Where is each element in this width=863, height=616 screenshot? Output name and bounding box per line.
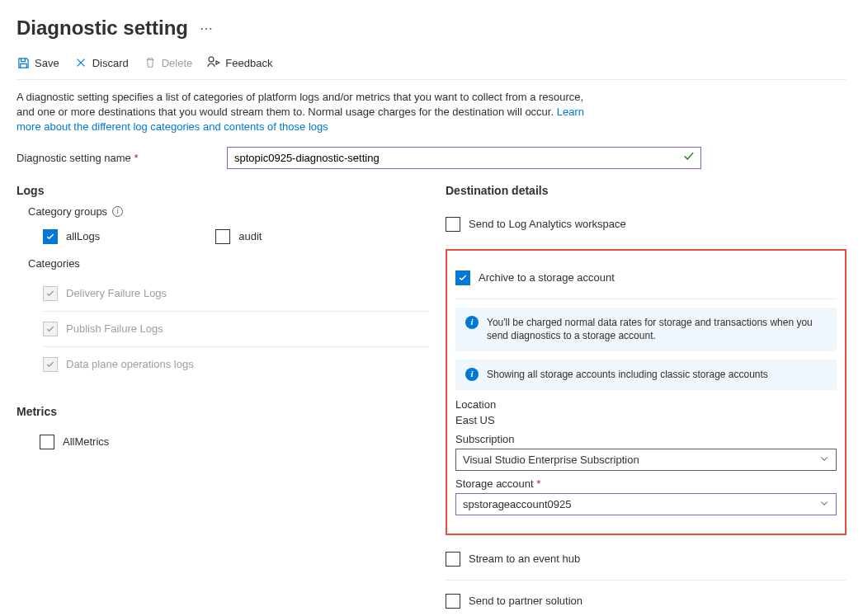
dataplane-ops-checkbox [43,357,58,372]
save-button[interactable]: Save [17,56,59,69]
storage-account-label: Storage account * [455,477,837,490]
audit-label: audit [238,230,262,242]
stream-eventhub-checkbox[interactable] [446,552,460,567]
archive-label: Archive to a storage account [479,271,615,284]
publish-failure-label: Publish Failure Logs [66,322,163,335]
partner-solution-label: Send to partner solution [469,595,582,607]
alllogs-checkbox[interactable] [43,229,58,244]
delivery-failure-label: Delivery Failure Logs [66,287,167,299]
publish-failure-checkbox [43,322,58,336]
archive-checkbox[interactable] [455,270,470,285]
send-la-checkbox[interactable] [446,217,460,232]
delete-label: Delete [162,57,193,69]
alllogs-label: allLogs [66,230,100,242]
subscription-select[interactable]: Visual Studio Enterprise Subscription [455,449,837,471]
destination-section-title: Destination details [446,184,846,197]
info-icon: i [465,316,479,329]
info-icon[interactable]: i [112,206,123,217]
page-title: Diagnostic setting [17,16,188,40]
audit-checkbox[interactable] [215,229,230,244]
logs-section-title: Logs [17,184,429,197]
feedback-button[interactable]: Feedback [207,56,272,69]
allmetrics-label: AllMetrics [63,435,109,448]
more-actions-icon[interactable]: ⋯ [200,21,213,36]
category-groups-label: Category groups i [28,205,429,218]
save-icon [17,56,30,69]
send-la-label: Send to Log Analytics workspace [469,218,626,230]
delivery-failure-checkbox [43,286,58,301]
discard-button[interactable]: Discard [74,56,129,69]
save-label: Save [35,57,59,69]
allmetrics-checkbox[interactable] [40,435,54,449]
feedback-label: Feedback [225,57,272,69]
subscription-label: Subscription [455,433,837,445]
toolbar: Save Discard Delete Feedback [17,56,846,80]
diagnostic-name-input[interactable] [227,147,701,169]
feedback-icon [207,56,220,69]
location-value: East US [455,414,837,426]
description-text: A diagnostic setting specifies a list of… [17,90,602,135]
storage-account-select[interactable]: spstorageaccount0925 [455,493,837,515]
delete-button: Delete [144,56,193,69]
archive-highlight-box: Archive to a storage account i You'll be… [446,249,846,535]
validation-check-icon [683,151,695,165]
info-panel-charges: i You'll be charged normal data rates fo… [455,308,837,352]
chevron-down-icon [819,498,829,510]
location-label: Location [455,398,837,411]
dataplane-ops-label: Data plane operations logs [66,358,194,370]
info-panel-storage-accounts: i Showing all storage accounts including… [455,360,837,390]
discard-icon [74,56,87,69]
partner-solution-checkbox[interactable] [446,594,460,609]
categories-label: Categories [28,257,429,270]
delete-icon [144,56,157,69]
discard-label: Discard [92,57,129,69]
info-icon: i [465,368,479,381]
stream-eventhub-label: Stream to an event hub [469,553,580,565]
name-field-label: Diagnostic setting name * [17,152,227,164]
chevron-down-icon [819,454,829,466]
metrics-section-title: Metrics [17,405,429,418]
